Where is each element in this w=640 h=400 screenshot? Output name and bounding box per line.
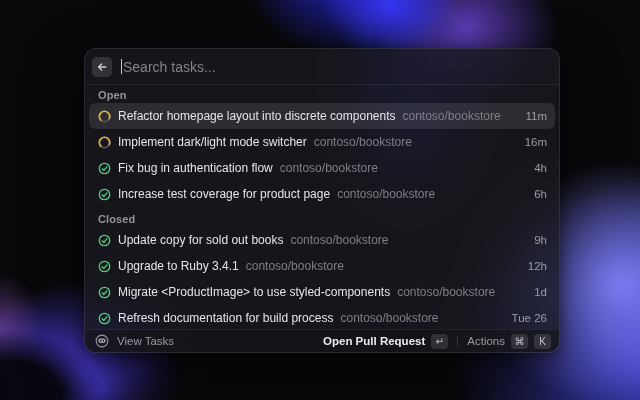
task-time: 9h	[534, 234, 547, 246]
task-repo: contoso/bookstore	[280, 161, 527, 175]
task-repo: contoso/bookstore	[246, 259, 521, 273]
task-time: Tue 26	[512, 312, 547, 324]
task-list: OpenRefactor homepage layout into discre…	[85, 85, 559, 329]
task-command-palette: OpenRefactor homepage layout into discre…	[84, 48, 560, 353]
in-progress-icon	[98, 110, 111, 123]
task-title: Implement dark/light mode switcher	[118, 135, 307, 149]
in-progress-icon	[98, 136, 111, 149]
check-circle-icon	[98, 286, 111, 299]
task-title: Fix bug in authentication flow	[118, 161, 273, 175]
task-repo: contoso/bookstore	[337, 187, 527, 201]
check-circle-icon	[98, 312, 111, 325]
task-repo: contoso/bookstore	[290, 233, 527, 247]
task-row[interactable]: Update copy for sold out bookscontoso/bo…	[89, 227, 555, 253]
check-circle-icon	[98, 188, 111, 201]
cmd-key-badge: ⌘	[511, 334, 528, 349]
arrow-left-icon	[96, 61, 108, 73]
task-time: 16m	[525, 136, 547, 148]
task-row[interactable]: Fix bug in authentication flowcontoso/bo…	[89, 155, 555, 181]
k-key-badge: K	[534, 334, 551, 349]
task-repo: contoso/bookstore	[314, 135, 518, 149]
task-time: 4h	[534, 162, 547, 174]
search-bar	[85, 49, 559, 85]
task-row[interactable]: Migrate <ProductImage> to use styled-com…	[89, 279, 555, 305]
task-row[interactable]: Refresh documentation for build processc…	[89, 305, 555, 329]
task-time: 6h	[534, 188, 547, 200]
search-input[interactable]	[122, 59, 549, 75]
task-title: Update copy for sold out books	[118, 233, 283, 247]
task-title: Migrate <ProductImage> to use styled-com…	[118, 285, 390, 299]
view-tasks-label[interactable]: View Tasks	[117, 335, 174, 347]
check-circle-icon	[98, 234, 111, 247]
footer-right: Open Pull Request ↵ Actions ⌘ K	[323, 334, 551, 349]
search-field-wrap	[121, 59, 549, 75]
task-time: 1d	[534, 286, 547, 298]
task-title: Refresh documentation for build process	[118, 311, 333, 325]
copilot-icon	[95, 334, 109, 348]
task-repo: contoso/bookstore	[397, 285, 527, 299]
task-title: Upgrade to Ruby 3.4.1	[118, 259, 239, 273]
footer-left: View Tasks	[95, 334, 323, 348]
task-time: 11m	[525, 110, 547, 122]
task-repo: contoso/bookstore	[340, 311, 504, 325]
palette-footer: View Tasks Open Pull Request ↵ Actions ⌘…	[85, 329, 559, 352]
enter-key-badge: ↵	[431, 334, 448, 349]
task-repo: contoso/bookstore	[403, 109, 519, 123]
section-header: Open	[89, 85, 555, 103]
check-circle-icon	[98, 162, 111, 175]
task-row[interactable]: Upgrade to Ruby 3.4.1contoso/bookstore12…	[89, 253, 555, 279]
footer-divider	[457, 336, 458, 347]
task-time: 12h	[528, 260, 547, 272]
task-title: Refactor homepage layout into discrete c…	[118, 109, 396, 123]
check-circle-icon	[98, 260, 111, 273]
back-button[interactable]	[92, 57, 112, 77]
actions-button[interactable]: Actions	[467, 335, 505, 347]
task-row[interactable]: Implement dark/light mode switchercontos…	[89, 129, 555, 155]
task-row[interactable]: Increase test coverage for product pagec…	[89, 181, 555, 207]
section-header: Closed	[89, 207, 555, 227]
open-pull-request-button[interactable]: Open Pull Request	[323, 335, 425, 347]
task-row[interactable]: Refactor homepage layout into discrete c…	[89, 103, 555, 129]
task-title: Increase test coverage for product page	[118, 187, 330, 201]
